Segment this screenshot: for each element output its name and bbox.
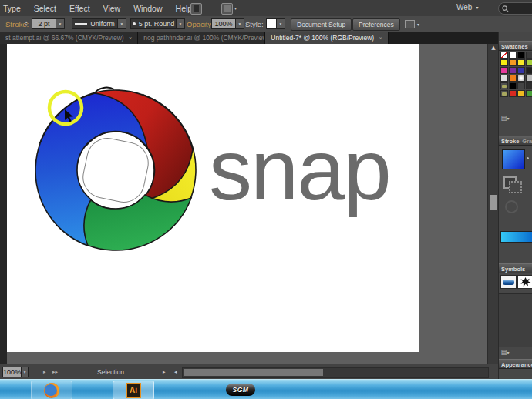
stroke-weight-dropdown[interactable]: ▾ — [56, 18, 65, 29]
status-bar: 100% ▾ ▸ ▸▸ Selection ▸ ◂ — [0, 364, 498, 380]
swatch[interactable] — [509, 90, 517, 97]
document-tab-bar: st attempt.ai @ 66.67% (CMYK/Preview) × … — [0, 32, 532, 44]
tab-pathfinder[interactable]: nog pathfinder.ai @ 100% (CMYK/Preview) … — [138, 32, 265, 44]
tab-gradient[interactable]: Gradient — [522, 136, 532, 145]
gradient-fill-swatch[interactable] — [502, 149, 525, 169]
width-profile-field[interactable]: Uniform — [72, 18, 118, 29]
swatch[interactable] — [517, 90, 525, 97]
gradient-slider[interactable] — [500, 231, 532, 243]
swatches-panel-header[interactable]: Swatches — [499, 41, 532, 51]
ink-splat-symbol[interactable] — [517, 275, 532, 289]
swatch[interactable] — [517, 52, 525, 59]
workspace-switcher-icon[interactable] — [221, 3, 233, 15]
swatch[interactable] — [509, 75, 517, 82]
symbol-list — [500, 275, 532, 289]
opacity-dropdown[interactable]: ▾ — [236, 18, 244, 29]
brush-field[interactable]: 5 pt. Round — [130, 18, 177, 29]
swatch[interactable] — [500, 59, 508, 66]
swatch[interactable] — [526, 52, 532, 59]
width-profile-value: Uniform — [90, 20, 115, 28]
artboard[interactable]: snap — [7, 44, 419, 352]
taskbar-illustrator-button[interactable]: Ai — [113, 381, 154, 399]
scrollbar-thumb[interactable] — [184, 369, 323, 376]
swatch[interactable] — [500, 75, 508, 82]
window-edge — [0, 44, 7, 364]
search-input[interactable] — [498, 2, 532, 15]
arrange-documents-icon[interactable] — [190, 3, 202, 15]
tab-label: Untitled-7* @ 100% (RGB/Preview) — [271, 34, 374, 42]
style-dropdown[interactable]: ▾ — [277, 18, 285, 29]
blue-button-symbol[interactable] — [500, 275, 517, 289]
logo-wordmark[interactable]: snap — [209, 127, 390, 213]
status-arrow-icon[interactable]: ▸ — [163, 369, 166, 375]
swatch[interactable] — [509, 82, 517, 89]
swatch[interactable] — [509, 67, 517, 74]
taskbar-firefox-button[interactable] — [31, 381, 72, 399]
menu-window[interactable]: Window — [133, 4, 162, 13]
width-profile-dropdown[interactable]: ▾ — [118, 18, 126, 29]
swatch[interactable] — [500, 67, 508, 74]
scroll-left-icon[interactable]: ◂ — [174, 369, 177, 375]
list-dot-icon — [527, 157, 529, 159]
swatch[interactable] — [517, 82, 525, 89]
brush-dropdown[interactable]: ▾ — [177, 18, 185, 29]
style-swatch[interactable] — [266, 18, 277, 29]
swatch-libraries-icon[interactable]: ▤▾ — [501, 115, 510, 122]
appearance-panel-header[interactable]: Appearance — [499, 359, 532, 369]
canvas-area[interactable]: snap ▲ — [0, 44, 498, 364]
control-bar: Stroke: ▴▾ 2 pt ▾ Uniform ▾ 5 pt. Round … — [0, 16, 532, 32]
menu-select[interactable]: Select — [34, 4, 56, 13]
menu-effect[interactable]: Effect — [69, 4, 90, 13]
preferences-button[interactable]: Preferences — [352, 18, 400, 31]
swatch[interactable] — [526, 82, 532, 89]
reverse-gradient-icon[interactable] — [505, 200, 518, 213]
stroke-weight-field[interactable]: 2 pt — [32, 18, 56, 29]
close-icon[interactable]: × — [379, 35, 382, 42]
zoom-level-field[interactable]: 100% — [2, 367, 22, 377]
swatch[interactable] — [526, 59, 532, 66]
uniform-stroke-icon — [75, 23, 87, 25]
first-artboard-icon[interactable]: ▸ — [43, 369, 46, 375]
swatch[interactable] — [517, 75, 525, 82]
menu-bar: Type Select Effect View Window Help ▾ We… — [0, 0, 532, 17]
chevron-down-icon: ▾ — [476, 5, 478, 10]
search-icon — [502, 5, 509, 12]
swatch[interactable] — [500, 52, 508, 59]
scrollbar-thumb[interactable] — [490, 195, 497, 210]
tab-attempt[interactable]: st attempt.ai @ 66.67% (CMYK/Preview) × — [0, 32, 138, 44]
menu-help[interactable]: Help — [176, 4, 193, 13]
symbol-libraries-icon[interactable]: ▤▾ — [501, 349, 510, 356]
windows-taskbar: Ai SGM — [0, 379, 532, 399]
swatch[interactable] — [526, 90, 532, 97]
swatch[interactable] — [509, 52, 517, 59]
swatch[interactable] — [526, 75, 532, 82]
stroke-stepper[interactable]: ▴▾ — [25, 20, 28, 26]
swatch[interactable] — [517, 59, 525, 66]
symbols-panel-header[interactable]: Symbols — [499, 263, 532, 273]
document-setup-button[interactable]: Document Setup — [291, 18, 352, 31]
scroll-up-icon[interactable]: ▲ — [488, 45, 498, 51]
swirl-logo-artwork[interactable] — [31, 86, 200, 255]
fill-stroke-indicator-icon[interactable] — [503, 176, 517, 189]
menu-view[interactable]: View — [103, 4, 121, 13]
taskbar-sgm-button[interactable]: SGM — [213, 381, 268, 398]
menu-type[interactable]: Type — [3, 4, 21, 13]
swatch[interactable] — [509, 59, 517, 66]
brush-value: 5 pt. Round — [139, 20, 175, 28]
swatch[interactable] — [500, 90, 508, 97]
close-icon[interactable]: × — [129, 35, 133, 42]
stroke-gradient-panel-header[interactable]: Stroke Gradient — [499, 136, 532, 146]
zoom-dropdown[interactable]: ▾ — [22, 367, 29, 377]
swatch[interactable] — [500, 82, 508, 89]
panel-options-icon[interactable] — [405, 20, 415, 28]
swatch[interactable] — [526, 67, 532, 74]
opacity-field[interactable]: 100% — [211, 18, 236, 29]
tab-untitled-active[interactable]: Untitled-7* @ 100% (RGB/Preview) × — [265, 32, 389, 44]
tab-stroke[interactable]: Stroke — [501, 136, 519, 145]
chevron-down-icon: ▾ — [417, 22, 419, 27]
vertical-scrollbar[interactable]: ▲ — [487, 44, 498, 364]
swatch[interactable] — [517, 67, 525, 74]
workspace-selector[interactable]: Web ▾ — [456, 3, 478, 12]
next-artboard-icon[interactable]: ▸▸ — [52, 369, 58, 375]
horizontal-scrollbar[interactable] — [182, 367, 489, 378]
